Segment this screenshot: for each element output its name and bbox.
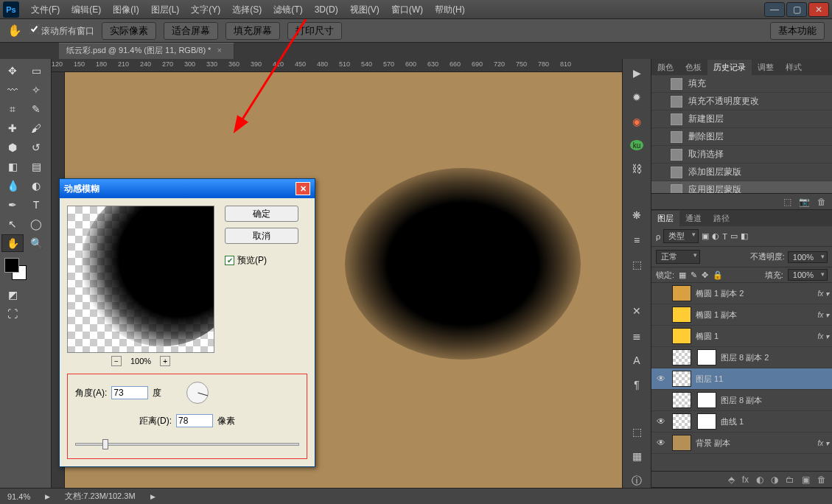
eraser-tool[interactable]: ◧: [1, 158, 24, 175]
opt-fill-screen[interactable]: 填充屏幕: [226, 22, 280, 40]
type-tool[interactable]: T: [25, 196, 47, 214]
fx-badge[interactable]: fx ▾: [817, 311, 829, 319]
pen-tool[interactable]: ✒: [1, 196, 24, 214]
char-icon[interactable]: A: [629, 354, 645, 366]
stamp-tool[interactable]: ⬢: [1, 139, 24, 156]
delete-layer-icon[interactable]: 🗑: [817, 475, 826, 485]
history-item[interactable]: 填充: [651, 75, 832, 93]
fx-icon[interactable]: fx: [742, 475, 749, 485]
info-icon[interactable]: ⓘ: [629, 475, 645, 488]
history-item[interactable]: 删除图层: [651, 128, 832, 146]
marquee-tool[interactable]: ▭: [25, 62, 47, 80]
quickmask-tool[interactable]: ◩: [1, 286, 24, 304]
link-layers-icon[interactable]: ⬘: [728, 475, 735, 485]
tab-channels[interactable]: 通道: [679, 211, 707, 226]
filter-adj-icon[interactable]: ◐: [712, 231, 719, 241]
menu-edit[interactable]: 编辑(E): [66, 0, 107, 19]
distance-input[interactable]: [176, 414, 213, 427]
menu-3d[interactable]: 3D(D): [309, 0, 344, 19]
menu-help[interactable]: 帮助(H): [429, 0, 471, 19]
lock-trans-icon[interactable]: ▦: [679, 270, 686, 280]
tab-color[interactable]: 颜色: [651, 60, 679, 75]
history-item[interactable]: 应用图层蒙版: [651, 181, 832, 193]
document-tab[interactable]: 纸云彩.psd @ 91.4% (图层 11, RGB/8) *×: [59, 43, 234, 59]
gradient-tool[interactable]: ▤: [25, 158, 47, 175]
cross-icon[interactable]: ✕: [629, 305, 645, 318]
window-maximize[interactable]: ▢: [786, 2, 807, 17]
zoom-tool[interactable]: 🔍: [25, 234, 47, 252]
tab-paths[interactable]: 路径: [707, 211, 735, 226]
links-icon[interactable]: ⛓: [629, 162, 645, 175]
cancel-button[interactable]: 取消: [225, 228, 298, 244]
preview-checkbox[interactable]: ✔ 预览(P): [225, 254, 298, 267]
align-icon[interactable]: ≣: [629, 329, 645, 342]
history-item[interactable]: 新建图层: [651, 111, 832, 128]
new-layer-icon[interactable]: ▣: [802, 475, 810, 485]
wand-tool[interactable]: ✧: [25, 81, 47, 99]
history-brush-tool[interactable]: ↺: [25, 139, 47, 156]
move-tool[interactable]: ✥: [1, 62, 24, 80]
menu-file[interactable]: 文件(F): [25, 0, 66, 19]
fg-color[interactable]: [4, 258, 19, 273]
lock-pixel-icon[interactable]: ✎: [691, 270, 697, 280]
menu-image[interactable]: 图像(I): [107, 0, 144, 19]
path-tool[interactable]: ↖: [1, 215, 24, 233]
status-zoom[interactable]: 91.4%: [7, 492, 30, 501]
menu-window[interactable]: 窗口(W): [385, 0, 429, 19]
menu-view[interactable]: 视图(V): [344, 0, 385, 19]
brush-tool[interactable]: 🖌: [25, 119, 47, 137]
opacity-field[interactable]: 100%: [788, 251, 828, 263]
hand-tool[interactable]: ✋: [1, 234, 24, 252]
brush-panel-icon[interactable]: ❋: [629, 209, 645, 222]
filter-img-icon[interactable]: ▣: [702, 231, 709, 241]
layer-row[interactable]: 👁背景 副本fx ▾: [651, 433, 832, 454]
compass-icon[interactable]: ✹: [629, 91, 645, 103]
visibility-icon[interactable]: 👁: [654, 416, 668, 427]
fill-field[interactable]: 100%: [788, 269, 828, 281]
history-item[interactable]: 添加图层蒙版: [651, 164, 832, 181]
scroll-all-check[interactable]: 滚动所有窗口: [29, 24, 94, 38]
lock-pos-icon[interactable]: ✥: [702, 270, 708, 280]
shape-tool[interactable]: ◯: [25, 215, 47, 233]
close-doc-icon[interactable]: ×: [217, 46, 221, 55]
layer-row[interactable]: 椭圆 1 副本 2fx ▾: [651, 283, 832, 304]
trash-icon[interactable]: 🗑: [817, 197, 826, 207]
layer-row[interactable]: 👁曲线 1: [651, 411, 832, 433]
eyedrop-tool[interactable]: ✎: [25, 100, 47, 118]
opt-print-size[interactable]: 打印尺寸: [287, 22, 342, 40]
mask-icon[interactable]: ◐: [756, 475, 763, 485]
heal-tool[interactable]: ✚: [1, 119, 24, 137]
fx-badge[interactable]: fx ▾: [817, 290, 829, 298]
menu-select[interactable]: 选择(S): [226, 0, 268, 19]
layer-row[interactable]: 椭圆 1 副本fx ▾: [651, 304, 832, 326]
angle-input[interactable]: [111, 386, 148, 399]
history-item[interactable]: 取消选择: [651, 146, 832, 164]
window-close[interactable]: ✕: [808, 2, 829, 17]
snapshot-icon[interactable]: ⬚: [783, 197, 791, 207]
blend-mode[interactable]: 正常: [656, 250, 700, 264]
fx-badge[interactable]: fx ▾: [817, 439, 829, 447]
workspace-mode[interactable]: 基本功能: [770, 22, 825, 40]
fx-badge[interactable]: fx ▾: [817, 332, 829, 340]
cube-icon[interactable]: ⬚: [629, 425, 645, 438]
menu-type[interactable]: 文字(Y): [185, 0, 226, 19]
filter-shape-icon[interactable]: ▭: [730, 231, 738, 241]
filter-smart-icon[interactable]: ◧: [741, 231, 748, 241]
layer-filter-type[interactable]: 类型: [663, 229, 699, 243]
tab-styles[interactable]: 样式: [780, 60, 808, 75]
history-item[interactable]: 填充不透明度更改: [651, 93, 832, 111]
visibility-icon[interactable]: 👁: [654, 374, 668, 384]
para-icon[interactable]: ¶: [629, 379, 645, 391]
color-wheel-icon[interactable]: ◉: [629, 116, 645, 128]
distance-slider[interactable]: [75, 438, 299, 451]
screenmode-tool[interactable]: ⛶: [1, 305, 24, 323]
play-icon[interactable]: ▶: [629, 66, 645, 79]
settings-icon[interactable]: ≡: [629, 234, 645, 246]
window-minimize[interactable]: —: [764, 2, 785, 17]
camera-icon[interactable]: 📷: [799, 197, 810, 207]
menu-filter[interactable]: 滤镜(T): [268, 0, 308, 19]
blur-tool[interactable]: 💧: [1, 177, 24, 195]
opt-fit-screen[interactable]: 适合屏幕: [164, 22, 218, 40]
adj-layer-icon[interactable]: ◑: [771, 475, 778, 485]
opt-actual-pixels[interactable]: 实际像素: [102, 22, 156, 40]
